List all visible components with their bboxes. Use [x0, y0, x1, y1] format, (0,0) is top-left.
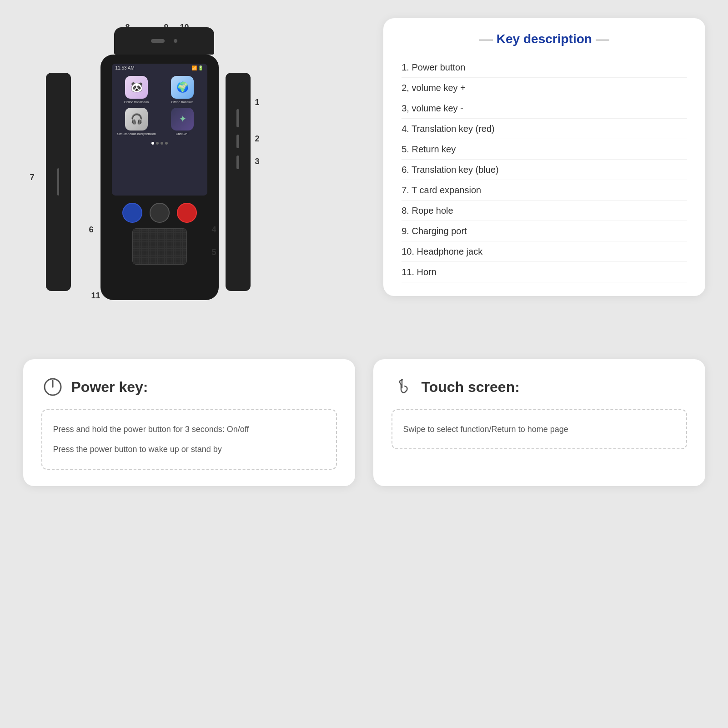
- app-offline-label: Offline translate: [171, 100, 194, 104]
- app-simultaneous: 🎧 Simultaneous interpretation: [115, 108, 158, 136]
- key-item-11: 11. Horn: [402, 262, 687, 282]
- power-key-title: Power key:: [71, 379, 148, 396]
- key-item-7: 7. T card expansion: [402, 180, 687, 201]
- label-4: 4: [212, 225, 216, 235]
- device-right-side: [226, 73, 251, 291]
- dot-2: [156, 142, 159, 145]
- device-buttons-row: [122, 203, 197, 223]
- dot-3: [161, 142, 163, 145]
- key-description-panel: Key description 1. Power button 2, volum…: [383, 18, 705, 296]
- screen-time: 11:53 AM: [115, 65, 135, 70]
- main-container: 8 9 10 7 11:53 AM 📶 🔋: [23, 18, 705, 486]
- power-key-content: Press and hold the power button for 3 se…: [41, 409, 337, 470]
- dot-4: [165, 142, 168, 145]
- svg-point-2: [401, 379, 403, 381]
- charging-port-visual: [151, 39, 165, 43]
- key-item-4: 4. Translation key (red): [402, 119, 687, 139]
- touch-screen-card: Touch screen: Swipe to select function/R…: [373, 359, 705, 486]
- volume-down-visual: [236, 156, 239, 169]
- label-2: 2: [255, 134, 260, 144]
- device-area: 8 9 10 7 11:53 AM 📶 🔋: [23, 18, 366, 336]
- device-left-side: [46, 73, 71, 291]
- power-key-desc-2: Press the power button to wake up or sta…: [53, 439, 325, 459]
- app-online-translation: 🐼 Online translation: [115, 76, 158, 104]
- key-item-10: 10. Headphone jack: [402, 241, 687, 262]
- screen-app-grid: 🐼 Online translation 🌍 Offline translate…: [112, 72, 207, 140]
- power-key-icon: [41, 376, 64, 398]
- label-7: 7: [30, 173, 35, 182]
- dot-1: [151, 142, 154, 145]
- screen-icons: 📶 🔋: [191, 65, 204, 70]
- app-simultaneous-label: Simultaneous interpretation: [117, 132, 156, 136]
- power-key-desc-1: Press and hold the power button for 3 se…: [53, 419, 325, 439]
- return-key: [150, 203, 170, 223]
- label-1: 1: [255, 98, 260, 107]
- key-item-6: 6. Translation key (blue): [402, 160, 687, 180]
- headphone-jack-visual: [174, 39, 177, 43]
- touch-screen-content: Swipe to select function/Return to home …: [392, 409, 687, 449]
- key-item-8: 8. Rope hole: [402, 201, 687, 221]
- device-top-view: [114, 27, 214, 55]
- key-item-1: 1. Power button: [402, 57, 687, 78]
- touch-screen-icon: [392, 376, 414, 398]
- app-offline-translate: 🌍 Offline translate: [161, 76, 204, 104]
- key-item-9: 9. Charging port: [402, 221, 687, 241]
- key-item-3: 3, volume key -: [402, 98, 687, 119]
- label-5: 5: [212, 248, 216, 257]
- touch-screen-desc-1: Swipe to select function/Return to home …: [403, 419, 675, 439]
- app-online-label: Online translation: [124, 100, 149, 104]
- screen-status-bar: 11:53 AM 📶 🔋: [112, 64, 207, 72]
- translation-key-blue: [122, 203, 142, 223]
- touch-screen-title: Touch screen:: [422, 379, 520, 396]
- screen-pagination-dots: [112, 142, 207, 145]
- power-key-title-row: Power key:: [41, 376, 337, 398]
- app-online-icon: 🐼: [125, 76, 148, 99]
- translation-key-red: [177, 203, 197, 223]
- key-item-5: 5. Return key: [402, 139, 687, 160]
- device-screen: 11:53 AM 📶 🔋 🐼 Online translation 🌍 Offl…: [112, 64, 207, 196]
- app-offline-icon: 🌍: [171, 76, 194, 99]
- app-chatgpt-icon: ✦: [171, 108, 194, 131]
- horn-speaker: [132, 228, 187, 265]
- label-3: 3: [255, 157, 260, 166]
- touch-screen-title-row: Touch screen:: [392, 376, 687, 398]
- top-section: 8 9 10 7 11:53 AM 📶 🔋: [23, 18, 705, 336]
- app-chatgpt-label: ChatGPT: [176, 132, 189, 136]
- app-simultaneous-icon: 🎧: [125, 108, 148, 131]
- label-11: 11: [91, 291, 100, 301]
- key-item-2: 2, volume key +: [402, 78, 687, 98]
- bottom-section: Power key: Press and hold the power butt…: [23, 359, 705, 486]
- volume-up-visual: [236, 135, 239, 148]
- app-chatgpt: ✦ ChatGPT: [161, 108, 204, 136]
- power-button-visual: [236, 109, 239, 127]
- power-key-card: Power key: Press and hold the power butt…: [23, 359, 355, 486]
- key-description-list: 1. Power button 2, volume key + 3, volum…: [402, 57, 687, 282]
- tcard-slot-visual: [57, 168, 59, 196]
- device-body: 11:53 AM 📶 🔋 🐼 Online translation 🌍 Offl…: [100, 55, 219, 300]
- key-description-title: Key description: [402, 32, 687, 46]
- label-6: 6: [89, 225, 94, 235]
